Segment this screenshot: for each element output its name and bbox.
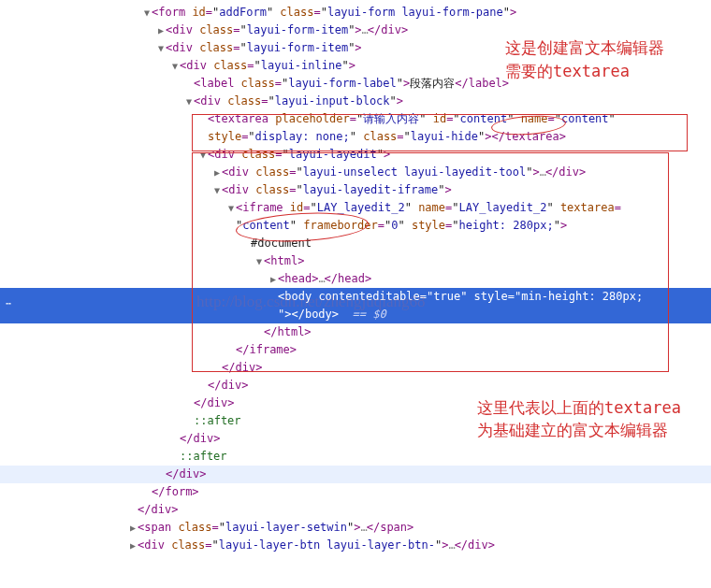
expand-icon[interactable] bbox=[142, 4, 152, 22]
expand-icon[interactable] bbox=[184, 93, 194, 110]
node-html[interactable]: <html> bbox=[0, 252, 711, 270]
node-form[interactable]: <form id="addForm" class="layui-form lay… bbox=[0, 4, 711, 22]
annotation-1: 这是创建富文本编辑器 需要的textarea bbox=[505, 37, 664, 83]
node-div-close5[interactable]: </div> bbox=[0, 466, 711, 483]
node-iframe-cont[interactable]: "content" frameborder="0" style="height:… bbox=[0, 217, 711, 235]
node-div-iframe-wrap[interactable]: <div class="layui-layedit-iframe"> bbox=[0, 181, 711, 199]
dom-tree: <form id="addForm" class="layui-form lay… bbox=[0, 0, 711, 564]
expand-icon[interactable] bbox=[170, 57, 180, 75]
node-iframe-close[interactable]: </iframe> bbox=[0, 341, 711, 359]
node-div-close6[interactable]: </div> bbox=[0, 501, 711, 519]
expand-icon[interactable] bbox=[128, 519, 138, 537]
node-div-close1[interactable]: </div> bbox=[0, 359, 711, 377]
node-document[interactable]: #document bbox=[0, 235, 711, 252]
annotation-2: 这里代表以上面的textarea 为基础建立的富文本编辑器 bbox=[477, 396, 681, 442]
expand-icon[interactable] bbox=[212, 181, 222, 199]
expand-icon[interactable] bbox=[198, 146, 208, 164]
sidebar-handle[interactable]: ⋯ bbox=[0, 298, 17, 311]
node-div-btn[interactable]: <div class="layui-layer-btn layui-layer-… bbox=[0, 537, 711, 554]
node-head[interactable]: <head>…</head> bbox=[0, 270, 711, 288]
node-div-inputblock[interactable]: <div class="layui-input-block"> bbox=[0, 93, 711, 110]
node-span-setwin[interactable]: <span class="layui-layer-setwin">…</span… bbox=[0, 519, 711, 537]
node-textarea-cont[interactable]: style="display: none;" class="layui-hide… bbox=[0, 128, 711, 146]
node-body-selected-cont[interactable]: "></body> == $0 bbox=[0, 306, 711, 323]
node-textarea-open[interactable]: <textarea placeholder="请输入内容" id="conten… bbox=[0, 110, 711, 128]
node-html-close[interactable]: </html> bbox=[0, 323, 711, 341]
expand-icon[interactable] bbox=[156, 22, 166, 39]
expand-icon[interactable] bbox=[268, 270, 278, 288]
node-form-close[interactable]: </form> bbox=[0, 483, 711, 501]
expand-icon[interactable] bbox=[254, 252, 264, 270]
node-iframe-open[interactable]: <iframe id="LAY_layedit_2" name="LAY_lay… bbox=[0, 199, 711, 217]
node-body-selected[interactable]: <body contenteditable="true" style="min-… bbox=[0, 288, 711, 306]
expand-icon[interactable] bbox=[128, 537, 138, 554]
node-after2: ::after bbox=[0, 448, 711, 466]
expand-icon[interactable] bbox=[156, 39, 166, 57]
node-div-close2[interactable]: </div> bbox=[0, 377, 711, 394]
expand-icon[interactable] bbox=[212, 164, 222, 181]
node-div-tool[interactable]: <div class="layui-unselect layui-layedit… bbox=[0, 164, 711, 181]
expand-icon[interactable] bbox=[226, 199, 236, 217]
node-div-layedit[interactable]: <div class="layui-layedit"> bbox=[0, 146, 711, 164]
